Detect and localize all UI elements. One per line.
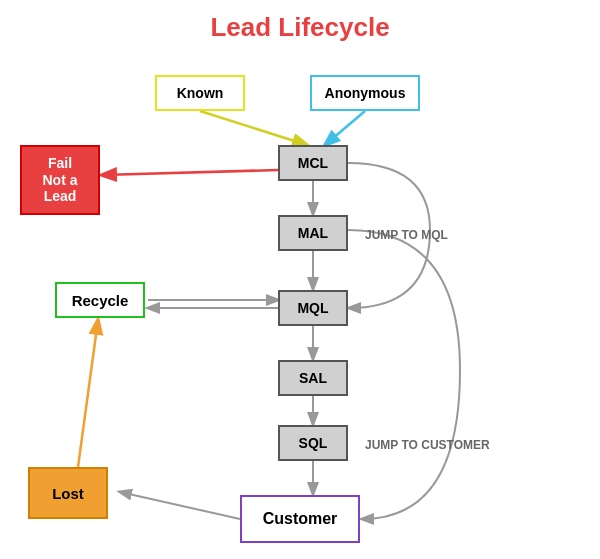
svg-line-0 [200, 111, 307, 145]
jump-to-mql-label: JUMP TO MQL [365, 228, 448, 242]
known-box: Known [155, 75, 245, 111]
svg-line-11 [78, 320, 98, 467]
lost-box: Lost [28, 467, 108, 519]
svg-line-2 [102, 170, 278, 175]
svg-line-10 [120, 492, 240, 519]
mcl-box: MCL [278, 145, 348, 181]
fail-box: Fail Not a Lead [20, 145, 100, 215]
sal-box: SAL [278, 360, 348, 396]
customer-box: Customer [240, 495, 360, 543]
mal-box: MAL [278, 215, 348, 251]
svg-line-1 [325, 111, 365, 145]
diagram: Lead Lifecycle [0, 0, 600, 559]
jump-to-customer-label: JUMP TO CUSTOMER [365, 438, 490, 452]
recycle-box: Recycle [55, 282, 145, 318]
anonymous-box: Anonymous [310, 75, 420, 111]
sql-box: SQL [278, 425, 348, 461]
page-title: Lead Lifecycle [0, 12, 600, 43]
mql-box: MQL [278, 290, 348, 326]
